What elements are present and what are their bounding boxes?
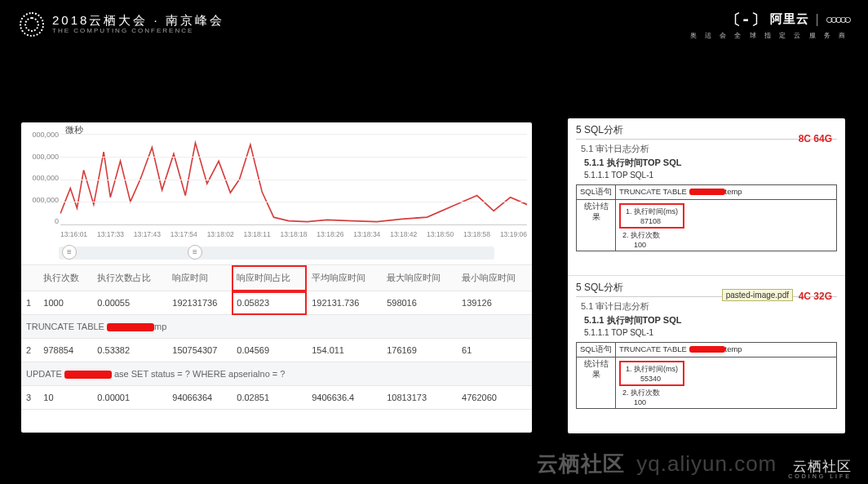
- section-sub1: 5.1 审计日志分析: [581, 143, 837, 155]
- aliyun-logo: 〔-〕 阿里云: [726, 10, 809, 29]
- hardware-spec: 8C 64G: [799, 133, 832, 144]
- sql-analysis-panel: 8C 64G 5 SQL分析 5.1 审计日志分析 5.1.1 执行时间TOP …: [568, 118, 845, 433]
- slider-handle-left[interactable]: ≡: [62, 245, 77, 260]
- x-tick: 13:18:11: [244, 230, 271, 238]
- conference-logo-icon: [20, 12, 44, 37]
- redacted-icon: [64, 371, 112, 379]
- section-sub2: 5.1.1 执行时间TOP SQL: [584, 314, 837, 326]
- highlighted-stat: 1. 执行时间(ms) 87108: [619, 203, 684, 229]
- x-tick: 13:18:50: [427, 230, 454, 238]
- aliyun-label: 阿里云: [770, 11, 809, 27]
- table-row: 统计结果 1. 执行时间(ms) 55340 2. 执行次数 100: [577, 357, 837, 409]
- sql-text: UPDATE: [26, 369, 64, 379]
- aliyun-bracket-icon: 〔-〕: [726, 10, 767, 29]
- table-row[interactable]: 1 1000 0.00055 192131736 0.05823 192131.…: [21, 291, 532, 315]
- highlighted-stat: 1. 执行时间(ms) 55340: [619, 361, 684, 386]
- x-tick: 13:17:33: [97, 230, 124, 238]
- x-tick: 13:18:42: [390, 230, 417, 238]
- stat-label-cell: 统计结果: [577, 357, 616, 409]
- y-tick: 000,000: [24, 131, 59, 139]
- x-tick: 13:18:18: [280, 230, 307, 238]
- sql-stats-table: 执行次数 执行次数占比 响应时间 响应时间占比 平均响应时间 最大响应时间 最小…: [21, 264, 532, 410]
- sql-text: TRUNCATE TABLE: [26, 322, 107, 331]
- section-sub2: 5.1.1 执行时间TOP SQL: [584, 157, 837, 169]
- stat-value-cell: 1. 执行时间(ms) 87108 2. 执行次数 100: [616, 200, 837, 251]
- section-sub3: 5.1.1.1 TOP SQL-1: [584, 328, 837, 337]
- y-tick: 000,000: [24, 153, 59, 161]
- hardware-spec: 4C 32G: [799, 291, 832, 302]
- y-tick: 0: [24, 217, 59, 225]
- exec-count-value: 100: [634, 398, 833, 406]
- redacted-icon: [689, 189, 725, 195]
- stat-value-cell: 1. 执行时间(ms) 55340 2. 执行次数 100: [616, 357, 837, 409]
- table-row[interactable]: 3 10 0.00001 94066364 0.02851 9406636.4 …: [21, 386, 532, 410]
- pdf-tooltip: pasted-image.pdf: [722, 289, 793, 301]
- sql-label-cell: SQL语句: [577, 185, 616, 200]
- table-row[interactable]: 2 978854 0.53382 150754307 0.04569 154.0…: [21, 339, 532, 362]
- section-sub3: 5.1.1.1 TOP SQL-1: [584, 171, 837, 180]
- watermark-community: 云栖社区: [537, 450, 625, 478]
- col-resp: 响应时间: [167, 265, 232, 291]
- watermark-url: yq.aliyun.com: [636, 451, 777, 477]
- conference-subtitle: THE COMPUTING CONFERENCE: [52, 28, 224, 35]
- col-avg: 平均响应时间: [307, 265, 382, 291]
- x-tick: 13:18:26: [317, 230, 343, 238]
- redacted-icon: [107, 323, 154, 331]
- chart-plot-area: [60, 134, 527, 225]
- chart-x-axis: 13:16:01 13:17:33 13:17:43 13:17:54 13:1…: [60, 230, 527, 238]
- col-exec: 执行次数: [38, 265, 92, 291]
- watermark-brand: 云栖社区 CODING LIFE: [788, 460, 852, 479]
- col-max: 最大响应时间: [382, 265, 457, 291]
- col-exec-pct: 执行次数占比: [92, 265, 167, 291]
- y-tick: 000,000: [24, 196, 59, 204]
- stat-label-cell: 统计结果: [577, 200, 616, 251]
- col-min: 最小响应时间: [457, 265, 532, 291]
- conference-title: 2018云栖大会 · 南京峰会: [52, 14, 224, 28]
- exec-count-value: 100: [634, 241, 833, 249]
- header-left: 2018云栖大会 · 南京峰会 THE COMPUTING CONFERENCE: [20, 12, 224, 37]
- olympic-rings-icon: ○○○○○: [826, 12, 848, 27]
- redacted-icon: [689, 346, 725, 353]
- sql-analysis-block-2: 4C 32G pasted-image.pdf 5 SQL分析 5.1 审计日志…: [568, 275, 845, 432]
- x-tick: 13:17:54: [170, 230, 197, 238]
- col-idx: [21, 265, 38, 291]
- sql-text-row: TRUNCATE TABLE mp: [21, 315, 532, 339]
- chart-y-axis: 000,000 000,000 000,000 000,000 0: [24, 131, 59, 225]
- y-tick: 000,000: [24, 174, 59, 182]
- sql-label-cell: SQL语句: [577, 343, 616, 357]
- x-tick: 13:16:01: [60, 230, 87, 238]
- section-sub1: 5.1 审计日志分析: [581, 300, 837, 313]
- slide-header: 2018云栖大会 · 南京峰会 THE COMPUTING CONFERENCE…: [0, 0, 868, 49]
- sql-detail-table: SQL语句 TRUNCATE TABLE temp 统计结果 1. 执行时间(m…: [576, 342, 837, 409]
- sql-text-cell: TRUNCATE TABLE temp: [616, 343, 837, 357]
- exec-time-value: 87108: [640, 217, 678, 225]
- time-range-slider[interactable]: ≡ ≡: [59, 246, 494, 260]
- line-chart: 微秒 000,000 000,000 000,000 000,000 0 13:…: [21, 122, 532, 245]
- table-row: SQL语句 TRUNCATE TABLE temp: [577, 185, 837, 200]
- x-tick: 13:19:06: [500, 230, 527, 238]
- sql-analysis-block-1: 8C 64G 5 SQL分析 5.1 审计日志分析 5.1.1 执行时间TOP …: [568, 118, 845, 275]
- header-right: 〔-〕 阿里云 | ○○○○○ 奥 运 会 全 球 指 定 云 服 务 商: [690, 10, 848, 40]
- sql-detail-table: SQL语句 TRUNCATE TABLE temp 统计结果 1. 执行时间(m…: [576, 184, 837, 251]
- slider-handle-right[interactable]: ≡: [188, 245, 202, 260]
- x-tick: 13:18:02: [207, 230, 234, 238]
- sql-text-cell: TRUNCATE TABLE temp: [616, 185, 837, 200]
- x-tick: 13:17:43: [134, 230, 161, 238]
- x-tick: 13:18:34: [353, 230, 380, 238]
- performance-chart-panel: 微秒 000,000 000,000 000,000 000,000 0 13:…: [21, 122, 532, 433]
- sql-text-row: UPDATE ase SET status = ? WHERE apserial…: [21, 362, 532, 386]
- col-resp-pct: 响应时间占比: [232, 265, 307, 291]
- footer-watermark: 云栖社区 yq.aliyun.com 云栖社区 CODING LIFE: [537, 450, 852, 479]
- table-header-row: 执行次数 执行次数占比 响应时间 响应时间占比 平均响应时间 最大响应时间 最小…: [21, 265, 532, 291]
- olympic-tagline: 奥 运 会 全 球 指 定 云 服 务 商: [690, 31, 848, 40]
- table-row: SQL语句 TRUNCATE TABLE temp: [577, 343, 837, 357]
- table-row: 统计结果 1. 执行时间(ms) 87108 2. 执行次数 100: [577, 200, 837, 251]
- exec-time-value: 55340: [640, 375, 678, 383]
- x-tick: 13:18:58: [463, 230, 490, 238]
